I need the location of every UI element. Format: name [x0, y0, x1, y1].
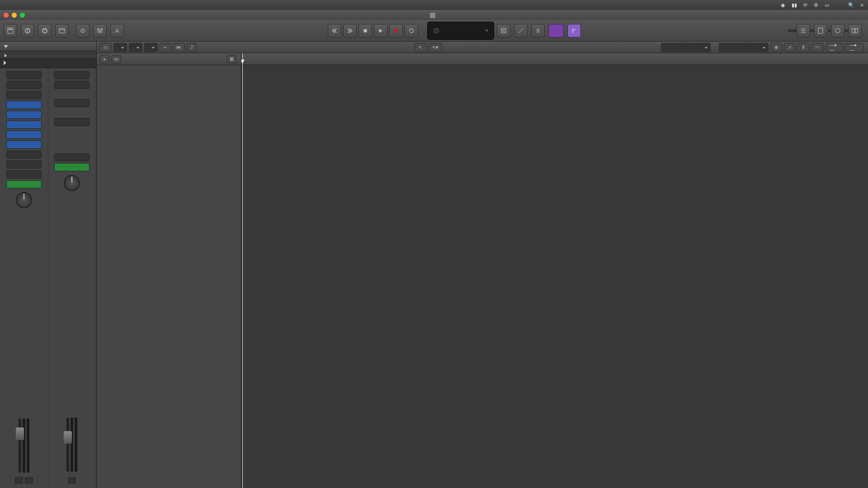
mixer-button[interactable] — [93, 24, 107, 38]
wifi-icon[interactable]: ⚙ — [814, 2, 818, 8]
record-button[interactable] — [389, 24, 403, 38]
fx-slot[interactable] — [6, 121, 42, 129]
solo-button[interactable]: S — [531, 24, 545, 38]
quickhelp-button[interactable]: ? — [38, 24, 52, 38]
vzoom-slider[interactable]: —●— — [826, 43, 844, 52]
group-slot[interactable] — [6, 170, 42, 178]
display-icon[interactable]: ▭ — [825, 2, 829, 8]
editors-button[interactable] — [110, 24, 124, 38]
stop-button[interactable] — [359, 24, 372, 38]
minimize-button[interactable] — [12, 13, 17, 18]
fx-slot[interactable] — [6, 131, 42, 139]
snap-select[interactable] — [661, 43, 711, 52]
loop-browser-button[interactable] — [831, 24, 844, 38]
notepad-button[interactable] — [814, 24, 827, 38]
tuner-button[interactable] — [548, 24, 564, 38]
catch-button[interactable]: ⤴ — [187, 43, 197, 52]
view-menu[interactable] — [144, 43, 158, 52]
list-editors-button[interactable] — [797, 24, 810, 38]
volume-fader[interactable] — [19, 418, 21, 473]
forward-button[interactable] — [343, 24, 357, 38]
add-track-button[interactable]: + — [99, 55, 109, 63]
setting-slot[interactable] — [6, 71, 42, 79]
pan-knob[interactable] — [64, 175, 80, 191]
zoom-button[interactable]: ⊕ — [770, 43, 782, 52]
duplicate-track-button[interactable]: ▭ — [111, 55, 121, 63]
edit-menu[interactable] — [113, 43, 127, 52]
cycle-button[interactable] — [405, 24, 418, 38]
svg-rect-6 — [59, 28, 65, 33]
ruler[interactable] — [241, 53, 868, 65]
svg-point-15 — [101, 28, 103, 30]
tracks-menubar: ▭ ⌁ ⋈ ⤴ ↖ ↖▾ ⊕ ⤢ ⇕ 〰 —●— —●— — [97, 42, 868, 53]
svg-rect-17 — [364, 29, 367, 32]
playhead[interactable] — [242, 53, 243, 488]
control-bar: i ? ⊘ ▾ S — [0, 20, 868, 42]
close-button[interactable] — [4, 13, 9, 18]
battery-icon[interactable]: ▮▮ — [792, 2, 797, 8]
audiofx-slot[interactable] — [54, 118, 90, 126]
disclosure-triangle-icon[interactable] — [4, 61, 6, 65]
eq-slot[interactable] — [6, 81, 42, 89]
library-button[interactable] — [4, 24, 17, 38]
track-inspector-header[interactable] — [0, 58, 96, 68]
instrument-slot[interactable] — [6, 101, 42, 109]
svg-text:?: ? — [43, 28, 46, 33]
automation-slot[interactable] — [6, 180, 42, 188]
waveform-zoom[interactable]: 〰 — [811, 43, 824, 52]
maximize-button[interactable] — [20, 13, 25, 18]
fx-slot[interactable] — [6, 141, 42, 149]
track-header-area: + ▭ ⊞ — [97, 53, 241, 488]
workspace[interactable] — [241, 53, 868, 488]
eq-slot[interactable] — [54, 81, 90, 89]
smart-controls-button[interactable] — [76, 24, 90, 38]
play-button[interactable] — [374, 24, 387, 38]
tracks-view-button[interactable]: ▭ — [99, 43, 112, 52]
browsers-button[interactable] — [848, 24, 862, 38]
svg-text:i: i — [27, 28, 28, 33]
replace-button[interactable] — [497, 24, 510, 38]
menu-icon[interactable]: ≡ — [861, 2, 863, 8]
lcd-display[interactable]: ⊘ ▾ — [427, 22, 494, 40]
fx-slot[interactable] — [6, 111, 42, 119]
level-meter — [71, 418, 73, 472]
transport-controls — [328, 24, 418, 38]
autopunch-button[interactable] — [514, 24, 528, 38]
window-titlebar — [0, 10, 868, 20]
svg-rect-0 — [8, 28, 13, 33]
volume-fader[interactable] — [66, 418, 69, 472]
automation-slot[interactable] — [54, 163, 90, 171]
region-inspector-header[interactable] — [0, 42, 96, 51]
zoom-button[interactable]: ⇕ — [797, 43, 809, 52]
setting-slot[interactable] — [54, 71, 90, 79]
mute-button[interactable] — [15, 477, 23, 483]
countoff-button[interactable] — [567, 24, 581, 38]
inspector-button[interactable]: i — [21, 24, 34, 38]
pointer-tool[interactable]: ↖ — [415, 43, 426, 52]
global-tracks-button[interactable]: ⊞ — [226, 55, 236, 63]
drag-select[interactable] — [719, 43, 769, 52]
tracks-area: ▭ ⌁ ⋈ ⤴ ↖ ↖▾ ⊕ ⤢ ⇕ 〰 —●— —●— + — [97, 42, 868, 488]
output-slot[interactable] — [54, 99, 90, 107]
send-slot[interactable] — [6, 150, 42, 159]
group-slot[interactable] — [54, 153, 90, 161]
stereo-slot[interactable] — [6, 160, 42, 169]
hzoom-slider[interactable]: —●— — [845, 43, 863, 52]
alt-tool[interactable]: ↖▾ — [428, 43, 442, 52]
pan-knob[interactable] — [16, 192, 32, 208]
automation-button[interactable]: ⌁ — [160, 43, 170, 52]
toolbar-toggle-button[interactable] — [55, 24, 69, 38]
sync-icon[interactable]: ⟳ — [803, 2, 807, 8]
disclosure-triangle-icon[interactable] — [4, 45, 8, 48]
flex-button[interactable]: ⋈ — [172, 43, 185, 52]
rewind-button[interactable] — [328, 24, 341, 38]
functions-menu[interactable] — [129, 43, 142, 52]
zoom-button[interactable]: ⤢ — [784, 43, 796, 52]
inspector-more[interactable] — [0, 53, 96, 58]
midifx-slot[interactable] — [6, 91, 42, 99]
inspector-panel — [0, 42, 97, 488]
solo-button[interactable] — [25, 477, 33, 483]
spotlight-icon[interactable]: 🔍 — [848, 2, 854, 8]
status-icon[interactable]: ◉ — [781, 2, 785, 8]
mute-button[interactable] — [68, 477, 76, 483]
